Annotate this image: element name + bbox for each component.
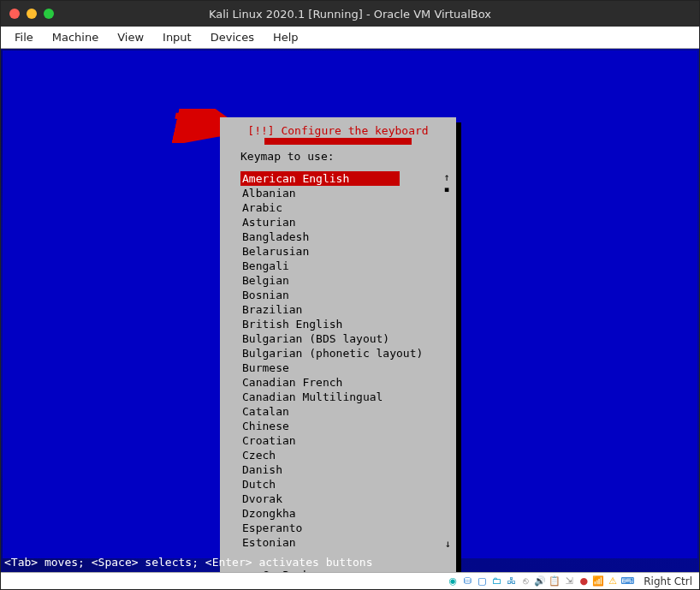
keymap-option[interactable]: Albanian bbox=[240, 186, 448, 200]
app-window: Kali Linux 2020.1 [Running] - Oracle VM … bbox=[0, 0, 700, 590]
status-icon-tray: ◉ ⛁ ▢ 🗀 🖧 ⎋ 🔊 📋 ⇲ ● 📶 ⚠ ⌨ bbox=[447, 575, 633, 587]
vm-display[interactable]: [!!] Configure the keyboard Keymap to us… bbox=[1, 49, 699, 572]
statusbar: ◉ ⛁ ▢ 🗀 🖧 ⎋ 🔊 📋 ⇲ ● 📶 ⚠ ⌨ Right Ctrl bbox=[1, 572, 699, 589]
audio-icon[interactable]: 🔊 bbox=[534, 575, 546, 587]
drag-drop-icon[interactable]: ⇲ bbox=[563, 575, 575, 587]
network-icon[interactable]: 🖧 bbox=[505, 575, 517, 587]
keyboard-capture-icon[interactable]: ⌨ bbox=[621, 575, 633, 587]
keymap-option[interactable]: Dutch bbox=[240, 477, 448, 492]
titlebar: Kali Linux 2020.1 [Running] - Oracle VM … bbox=[1, 1, 699, 27]
dialog-title: [!!] Configure the keyboard bbox=[228, 124, 448, 137]
clipboard-icon[interactable]: 📋 bbox=[549, 575, 561, 587]
keymap-option[interactable]: Asturian bbox=[240, 215, 448, 229]
minimize-window-button[interactable] bbox=[27, 9, 37, 19]
keymap-option[interactable]: Bulgarian (BDS layout) bbox=[240, 331, 448, 346]
host-key-label: Right Ctrl bbox=[644, 575, 692, 587]
optical-drive-icon[interactable]: ◉ bbox=[447, 575, 459, 587]
keymap-option[interactable]: Esperanto bbox=[240, 521, 448, 535]
menu-view[interactable]: View bbox=[109, 29, 152, 45]
warning-icon[interactable]: ⚠ bbox=[607, 575, 619, 587]
close-window-button[interactable] bbox=[9, 9, 20, 19]
display-icon[interactable]: ▢ bbox=[476, 575, 488, 587]
maximize-window-button[interactable] bbox=[44, 9, 54, 19]
title-underline bbox=[264, 138, 412, 145]
keymap-option[interactable]: Burmese bbox=[240, 361, 448, 375]
menu-help[interactable]: Help bbox=[264, 29, 307, 45]
keymap-option[interactable]: American English bbox=[240, 171, 400, 186]
keymap-option[interactable]: Dvorak bbox=[240, 492, 448, 506]
navigation-hint: <Tab> moves; <Space> selects; <Enter> ac… bbox=[4, 556, 372, 569]
keymap-option[interactable]: Bangladesh bbox=[240, 229, 448, 244]
scroll-up-indicator: ↑▪ bbox=[442, 171, 451, 195]
signal-icon[interactable]: 📶 bbox=[592, 575, 604, 587]
keymap-option[interactable]: Bulgarian (phonetic layout) bbox=[240, 346, 448, 361]
keymap-option[interactable]: Canadian Multilingual bbox=[240, 390, 448, 404]
window-title: Kali Linux 2020.1 [Running] - Oracle VM … bbox=[209, 8, 491, 21]
recording-icon[interactable]: ● bbox=[578, 575, 590, 587]
menubar: File Machine View Input Devices Help bbox=[1, 27, 699, 49]
scroll-down-indicator: ↓ bbox=[445, 538, 451, 550]
dialog-prompt: Keymap to use: bbox=[240, 150, 448, 163]
keymap-option[interactable]: Chinese bbox=[240, 419, 448, 433]
keyboard-config-dialog: [!!] Configure the keyboard Keymap to us… bbox=[220, 117, 456, 572]
go-back-button[interactable]: <Go Back> bbox=[256, 569, 448, 572]
keymap-option[interactable]: Czech bbox=[240, 448, 448, 462]
keymap-option[interactable]: Estonian bbox=[240, 535, 448, 550]
keymap-option[interactable]: British English bbox=[240, 317, 448, 331]
hard-disk-icon[interactable]: ⛁ bbox=[461, 575, 473, 587]
keymap-option[interactable]: Croatian bbox=[240, 433, 448, 448]
menu-file[interactable]: File bbox=[6, 29, 42, 45]
keymap-option[interactable]: Canadian French bbox=[240, 375, 448, 390]
keymap-option[interactable]: Arabic bbox=[240, 200, 448, 215]
usb-icon[interactable]: ⎋ bbox=[519, 575, 531, 587]
keymap-option[interactable]: Dzongkha bbox=[240, 506, 448, 521]
menu-devices[interactable]: Devices bbox=[202, 29, 263, 45]
keymap-option[interactable]: Brazilian bbox=[240, 302, 448, 317]
keymap-option[interactable]: Danish bbox=[240, 462, 448, 477]
keymap-option[interactable]: Bosnian bbox=[240, 288, 448, 302]
keymap-list[interactable]: ↑▪ American EnglishAlbanianArabicAsturia… bbox=[240, 171, 448, 550]
menu-input[interactable]: Input bbox=[154, 29, 200, 45]
shared-folder-icon[interactable]: 🗀 bbox=[490, 575, 502, 587]
keymap-option[interactable]: Belarusian bbox=[240, 244, 448, 259]
keymap-option[interactable]: Catalan bbox=[240, 404, 448, 419]
keymap-option[interactable]: Belgian bbox=[240, 273, 448, 288]
keymap-option[interactable]: Bengali bbox=[240, 259, 448, 273]
menu-machine[interactable]: Machine bbox=[44, 29, 107, 45]
